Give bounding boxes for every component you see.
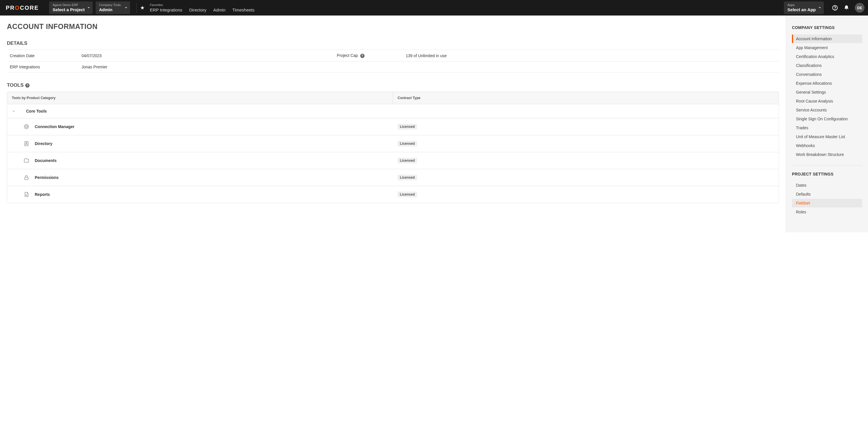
sidebar-item[interactable]: Account Information [792,34,862,43]
detail-value: Jonas Premier [79,61,334,73]
project-selector-value: Select a Project [53,7,85,12]
svg-point-4 [26,143,27,144]
logo-text-post: CORE [20,5,39,11]
sidebar-item[interactable]: Webhooks [792,141,862,150]
tool-cell-right: Licensed [393,170,779,185]
sidebar-item[interactable]: App Management [792,43,862,52]
tool-name: Connection Manager [35,124,74,129]
avatar[interactable]: DE [855,3,865,12]
help-icon[interactable]: ? [25,83,30,88]
connection-icon [23,123,30,130]
license-badge: Licensed [398,175,417,180]
tool-row[interactable]: PermissionsLicensed [7,169,779,186]
company-tools-selector[interactable]: Company Tools Admin [96,1,130,14]
tool-cell-left: Documents [7,152,393,169]
tool-name: Reports [35,192,50,197]
favorite-link[interactable]: Admin [213,7,226,12]
favorites-block: Favorites ERP Integrations Directory Adm… [150,3,255,12]
tool-row[interactable]: ReportsLicensed [7,186,779,203]
sidebar-item[interactable]: General Settings [792,88,862,96]
settings-sidebar: COMPANY SETTINGS Account InformationApp … [786,16,868,232]
sidebar-item[interactable]: Fieldset [792,199,862,207]
sidebar-item[interactable]: Root Cause Analysis [792,97,862,106]
tool-cell-right: Licensed [393,136,779,152]
tool-row[interactable]: Connection ManagerLicensed [7,118,779,135]
detail-label: Creation Date [7,50,79,61]
detail-label: Project Cap ? [334,50,403,61]
avatar-initials: DE [857,6,862,10]
project-selector[interactable]: Agave Demo ERP Select a Project [49,1,93,14]
tool-row[interactable]: DirectoryLicensed [7,135,779,152]
apps-selector[interactable]: Apps Select an App [784,1,824,14]
svg-point-2 [24,125,29,129]
sidebar-item[interactable]: Single Sign On Configuration [792,115,862,123]
apps-selector-value: Select an App [787,7,816,12]
license-badge: Licensed [398,192,417,197]
detail-value [403,61,779,73]
documents-icon [23,157,30,164]
detail-label: ERP Integrations [7,61,79,73]
sidebar-divider [792,165,862,166]
procore-logo[interactable]: PROCORE [6,5,39,11]
help-icon[interactable] [832,5,838,11]
chevron-down-icon [125,7,127,8]
favorites-label: Favorites [150,3,255,7]
directory-icon [23,141,30,147]
sidebar-item[interactable]: Expense Allocations [792,79,862,88]
project-selector-label: Agave Demo ERP [53,3,85,7]
tools-heading-text: TOOLS [7,82,24,88]
sidebar-item[interactable]: Unit of Measure Master List [792,133,862,141]
main-content: ACCOUNT INFORMATION DETAILS Creation Dat… [0,16,786,232]
tool-row[interactable]: DocumentsLicensed [7,152,779,169]
tools-col-right: Contract Type [393,92,779,104]
tools-table-header: Tools by Product Category Contract Type [7,92,779,104]
svg-rect-5 [25,177,28,179]
tool-cell-right: Licensed [393,186,779,203]
bell-icon[interactable] [843,5,849,11]
tools-group-row[interactable]: Core Tools [7,104,779,118]
company-settings-heading: COMPANY SETTINGS [792,25,862,30]
svg-point-1 [835,9,835,9]
tools-table: Tools by Product Category Contract Type … [7,92,779,203]
tool-name: Permissions [35,175,59,180]
tool-name: Documents [35,158,57,163]
sidebar-item[interactable]: Dates [792,181,862,189]
details-row: Creation Date 04/07/2023 Project Cap ? 1… [7,50,779,61]
license-badge: Licensed [398,141,417,146]
license-badge: Licensed [398,158,417,164]
sidebar-item[interactable]: Conversations [792,70,862,79]
sidebar-item[interactable]: Roles [792,208,862,216]
sidebar-item[interactable]: Defaults [792,190,862,199]
sidebar-item[interactable]: Service Accounts [792,106,862,114]
favorite-link[interactable]: Directory [189,7,206,12]
tool-cell-left: Connection Manager [7,118,393,135]
logo-text-pre: PR [6,5,15,11]
detail-label-text: Project Cap [337,53,358,58]
sidebar-item[interactable]: Classifications [792,61,862,70]
tools-col-left: Tools by Product Category [7,92,393,104]
apps-selector-label: Apps [787,3,816,7]
top-nav: PROCORE Agave Demo ERP Select a Project … [0,0,868,16]
chevron-down-icon [818,7,821,8]
project-settings-heading: PROJECT SETTINGS [792,172,862,176]
project-settings-list: DatesDefaultsFieldsetRoles [792,181,862,216]
details-row: ERP Integrations Jonas Premier [7,61,779,73]
star-icon[interactable]: ★ [140,5,145,11]
license-badge: Licensed [398,124,417,129]
tool-cell-left: Reports [7,186,393,203]
sidebar-item[interactable]: Certification Analytics [792,52,862,61]
chevron-down-icon [88,7,90,8]
permissions-icon [23,174,30,181]
help-icon[interactable]: ? [360,54,365,58]
company-tools-value: Admin [99,7,122,12]
favorite-link[interactable]: Timesheets [232,7,255,12]
tools-heading: TOOLS ? [7,82,779,88]
details-table: Creation Date 04/07/2023 Project Cap ? 1… [7,50,779,73]
favorites-links: ERP Integrations Directory Admin Timeshe… [150,7,255,12]
sidebar-item[interactable]: Work Breakdown Structure [792,150,862,159]
detail-label [334,61,403,73]
tool-cell-left: Permissions [7,169,393,186]
detail-value: 04/07/2023 [79,50,334,61]
favorite-link[interactable]: ERP Integrations [150,7,182,12]
sidebar-item[interactable]: Trades [792,123,862,132]
